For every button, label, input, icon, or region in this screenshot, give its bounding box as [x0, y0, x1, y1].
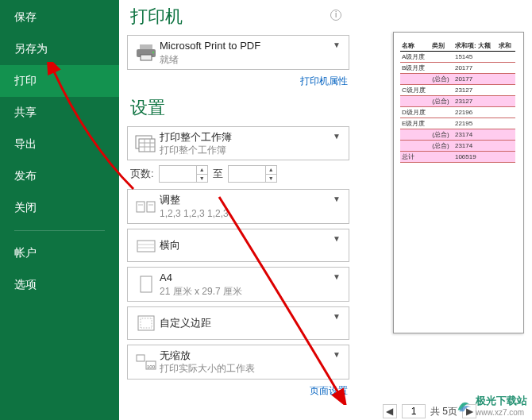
sidebar-item-account[interactable]: 帐户 — [0, 237, 119, 269]
preview-table: 名称类别求和项: 大额求和A级月度15145B级月度20177(总合)20177… — [400, 40, 515, 163]
scale-icon: 100 — [133, 353, 160, 371]
watermark-url: www.xz7.com — [476, 408, 527, 417]
margins-selector[interactable]: 自定义边距 ▼ — [127, 306, 349, 340]
info-icon[interactable]: i — [330, 10, 341, 21]
orient-title: 横向 — [160, 238, 333, 252]
aurora-icon — [455, 397, 472, 414]
printer-selector[interactable]: Microsoft Print to PDF 就绪 ▼ — [127, 35, 349, 70]
collate-icon — [133, 198, 160, 214]
page-range-row: 页数: ▲▼ 至 ▲▼ — [130, 165, 349, 183]
orientation-selector[interactable]: 横向 ▼ — [127, 229, 349, 262]
landscape-icon — [133, 237, 160, 253]
pages-to-label: 至 — [213, 167, 223, 181]
collate-title: 调整 — [160, 193, 333, 207]
print-scope-selector[interactable]: 打印整个工作簿 打印整个工作簿 ▼ — [127, 126, 349, 161]
page-setup-link[interactable]: 页面设置 — [310, 385, 348, 396]
spin-down-icon[interactable]: ▼ — [266, 175, 276, 183]
spin-down-icon[interactable]: ▼ — [197, 175, 207, 183]
sidebar-item-close[interactable]: 关闭 — [0, 192, 119, 224]
svg-rect-14 — [137, 241, 155, 252]
svg-rect-20 — [137, 355, 145, 361]
scale-title: 无缩放 — [160, 349, 333, 363]
paper-size-selector[interactable]: A4 21 厘米 x 29.7 厘米 ▼ — [127, 267, 349, 302]
watermark-text: 极光下载站 — [476, 394, 527, 408]
svg-rect-2 — [141, 55, 152, 60]
total-pages-label: 共 5页 — [430, 405, 457, 418]
collate-sub: 1,2,3 1,2,3 1,2,3 — [160, 207, 333, 220]
collate-selector[interactable]: 调整 1,2,3 1,2,3 1,2,3 ▼ — [127, 189, 349, 224]
margin-title: 自定义边距 — [160, 316, 333, 330]
svg-rect-5 — [139, 139, 155, 152]
page-from-input[interactable]: ▲▼ — [159, 165, 208, 183]
scope-title: 打印整个工作簿 — [160, 130, 333, 144]
svg-rect-10 — [137, 202, 145, 212]
svg-rect-11 — [147, 202, 155, 212]
printer-name: Microsoft Print to PDF — [160, 39, 333, 53]
current-page-input[interactable] — [402, 404, 426, 418]
paper-sub: 21 厘米 x 29.7 厘米 — [160, 285, 333, 298]
chevron-down-icon: ▼ — [333, 310, 344, 321]
svg-rect-17 — [141, 276, 152, 292]
pages-label: 页数: — [130, 167, 154, 181]
svg-text:100: 100 — [147, 364, 156, 369]
preview-page: 名称类别求和项: 大额求和A级月度15145B级月度20177(总合)20177… — [393, 32, 524, 333]
svg-rect-1 — [140, 44, 152, 49]
prev-page-button[interactable]: ◀ — [383, 404, 397, 418]
chevron-down-icon: ▼ — [333, 271, 344, 281]
sidebar-item-export[interactable]: 导出 — [0, 129, 119, 160]
scope-sub: 打印整个工作簿 — [160, 144, 333, 156]
chevron-down-icon: ▼ — [333, 39, 344, 49]
scaling-selector[interactable]: 100 无缩放 打印实际大小的工作表 ▼ — [127, 345, 349, 380]
chevron-down-icon: ▼ — [333, 193, 344, 203]
margins-icon — [133, 314, 160, 332]
settings-section-title: 设置 — [130, 96, 349, 120]
spin-up-icon[interactable]: ▲ — [197, 166, 207, 175]
printer-section-title: 打印机 — [130, 5, 349, 29]
scale-sub: 打印实际大小的工作表 — [160, 362, 333, 375]
sidebar-item-print[interactable]: 打印 — [0, 65, 119, 97]
watermark: 极光下载站 www.xz7.com — [455, 394, 527, 417]
page-to-input[interactable]: ▲▼ — [228, 165, 277, 183]
paper-title: A4 — [160, 271, 333, 285]
print-preview-pane: 名称类别求和项: 大额求和A级月度15145B级月度20177(总合)20177… — [349, 0, 524, 420]
page-icon — [133, 275, 160, 294]
svg-point-3 — [152, 52, 154, 53]
printer-properties-link[interactable]: 打印机属性 — [300, 75, 348, 87]
chevron-down-icon: ▼ — [333, 130, 344, 141]
backstage-sidebar: 保存 另存为 打印 共享 导出 发布 关闭 帐户 选项 — [0, 0, 119, 420]
printer-icon — [133, 43, 160, 62]
sidebar-item-options[interactable]: 选项 — [0, 269, 119, 301]
spin-up-icon[interactable]: ▲ — [266, 166, 276, 175]
sidebar-item-publish[interactable]: 发布 — [0, 160, 119, 192]
sidebar-separator — [14, 230, 105, 231]
printer-status: 就绪 — [160, 53, 333, 66]
chevron-down-icon: ▼ — [333, 349, 344, 359]
chevron-down-icon: ▼ — [333, 233, 344, 243]
workbook-icon — [133, 135, 160, 152]
sidebar-item-saveas[interactable]: 另存为 — [0, 33, 119, 65]
sidebar-item-save[interactable]: 保存 — [0, 2, 119, 33]
sidebar-item-share[interactable]: 共享 — [0, 97, 119, 129]
